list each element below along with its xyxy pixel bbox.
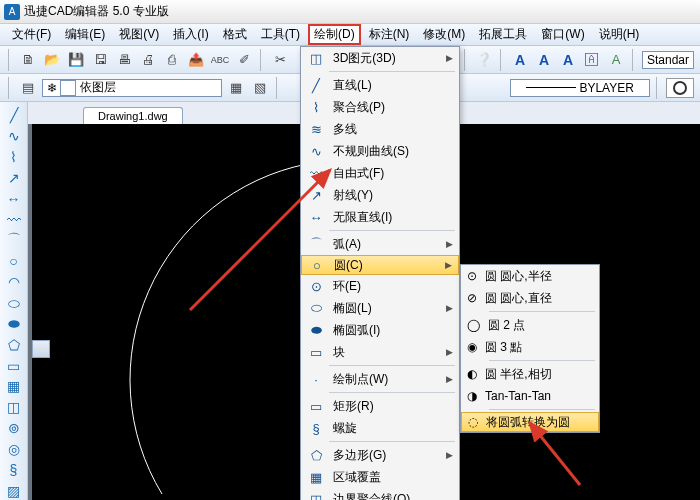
menu-编辑[interactable]: 编辑(E) [59, 24, 111, 45]
find-icon[interactable]: ✐ [234, 50, 254, 70]
menuitem-矩形[interactable]: ▭矩形(R) [301, 395, 459, 417]
open-icon[interactable]: 📂 [42, 50, 62, 70]
menuitem-label: 将圆弧转换为圆 [486, 414, 570, 431]
layers-icon[interactable]: ▤ [18, 78, 38, 98]
menu-标注[interactable]: 标注(N) [363, 24, 416, 45]
menuitem-射线[interactable]: ↗射线(Y) [301, 184, 459, 206]
menuitem-label: 绘制点(W) [333, 371, 453, 388]
print-preview-icon[interactable]: 🖶 [114, 50, 134, 70]
attributes-panel-tab[interactable]: 属性 [32, 340, 50, 358]
menuitem-绘制点[interactable]: ·绘制点(W) [301, 368, 459, 390]
menuitem-label: 螺旋 [333, 420, 453, 437]
menuitem-icon: · [307, 370, 325, 388]
menuitem-聚合线[interactable]: ⌇聚合线(P) [301, 96, 459, 118]
menuitem-椭圆弧[interactable]: ⬬椭圆弧(I) [301, 319, 459, 341]
layer-select[interactable]: ❄ 依图层 [42, 79, 222, 97]
menuitem-3D图元[interactable]: ◫3D图元(3D) [301, 47, 459, 69]
tool-helix-icon[interactable]: § [4, 460, 24, 479]
new-icon[interactable]: 🗎 [18, 50, 38, 70]
lineweight-circle[interactable] [666, 78, 694, 98]
menuitem-螺旋[interactable]: §螺旋 [301, 417, 459, 439]
menu-说明[interactable]: 说明(H) [593, 24, 646, 45]
menuitem-圆3點[interactable]: ◉圆 3 點 [461, 336, 599, 358]
menuitem-边界聚合线...[interactable]: ◫边界聚合线(O)... [301, 488, 459, 500]
menu-拓展工具[interactable]: 拓展工具 [473, 24, 533, 45]
tool-rev-icon[interactable]: ⊚ [4, 419, 24, 438]
saveall-icon[interactable]: 🖫 [90, 50, 110, 70]
menu-修改[interactable]: 修改(M) [417, 24, 471, 45]
menu-绘制[interactable]: 绘制(D) [308, 24, 361, 45]
menuitem-圆[interactable]: ○圆(C) [301, 255, 459, 275]
tool-spline-icon[interactable]: ∿ [4, 127, 24, 146]
menuitem-多边形[interactable]: ⬠多边形(G) [301, 444, 459, 466]
menuitem-不规则曲线[interactable]: ∿不规则曲线(S) [301, 140, 459, 162]
plot-icon[interactable]: ⎙ [162, 50, 182, 70]
tool-arc3-icon[interactable]: ◠ [4, 273, 24, 292]
menuitem-icon: ≋ [307, 120, 325, 138]
menu-文件[interactable]: 文件(F) [6, 24, 57, 45]
menuitem-icon: ○ [308, 256, 326, 274]
tool-xline-icon[interactable]: ↔ [4, 189, 24, 208]
tool-arc-icon[interactable]: ⌒ [4, 231, 24, 250]
menuitem-label: 圆 3 點 [485, 339, 522, 356]
menuitem-圆2点[interactable]: ◯圆 2 点 [461, 314, 599, 336]
help-icon[interactable]: ❔ [474, 50, 494, 70]
tool-poly-icon[interactable]: ⬠ [4, 335, 24, 354]
send-icon[interactable]: 📤 [186, 50, 206, 70]
linetype-label: BYLAYER [579, 81, 633, 95]
menuitem-直线[interactable]: ╱直线(L) [301, 74, 459, 96]
style-select[interactable]: Standar [642, 51, 694, 69]
tool-earc-icon[interactable]: ⬬ [4, 314, 24, 333]
menuitem-label: 无限直线(I) [333, 209, 453, 226]
tool-circle-icon[interactable]: ○ [4, 252, 24, 271]
linetype-select[interactable]: BYLAYER [510, 79, 650, 97]
tool-wipeout-icon[interactable]: ▦ [4, 377, 24, 396]
menuitem-弧[interactable]: ⌒弧(A) [301, 233, 459, 255]
menuitem-圆半径,相切[interactable]: ◐圆 半径,相切 [461, 363, 599, 385]
menuitem-圆圆心,直径[interactable]: ⊘圆 圆心,直径 [461, 287, 599, 309]
menuitem-label: 弧(A) [333, 236, 453, 253]
tool-ellipse-icon[interactable]: ⬭ [4, 294, 24, 313]
tool-pline-icon[interactable]: ⌇ [4, 148, 24, 167]
spell-icon[interactable]: ABC [210, 50, 230, 70]
tool-free-icon[interactable]: 〰 [4, 210, 24, 229]
menu-视图[interactable]: 视图(V) [113, 24, 165, 45]
menuitem-自由式[interactable]: 〰自由式(F) [301, 162, 459, 184]
menu-格式[interactable]: 格式 [217, 24, 253, 45]
menuitem-多线[interactable]: ≋多线 [301, 118, 459, 140]
left-toolbar: ╱ ∿ ⌇ ↗ ↔ 〰 ⌒ ○ ◠ ⬭ ⬬ ⬠ ▭ ▦ ◫ ⊚ ◎ § ▨ [0, 102, 28, 500]
save-icon[interactable]: 💾 [66, 50, 86, 70]
menuitem-圆圆心,半径[interactable]: ⊙圆 圆心,半径 [461, 265, 599, 287]
menu-窗口[interactable]: 窗口(W) [535, 24, 590, 45]
tool-donut-icon[interactable]: ◎ [4, 440, 24, 459]
menuitem-将圆弧转换为圆[interactable]: ◌将圆弧转换为圆 [461, 412, 599, 432]
layer-tool2-icon[interactable]: ▧ [250, 78, 270, 98]
text-a3-icon[interactable]: A [558, 50, 578, 70]
tool-ray-icon[interactable]: ↗ [4, 169, 24, 188]
tool-bound-icon[interactable]: ◫ [4, 398, 24, 417]
text-a2-icon[interactable]: A [534, 50, 554, 70]
text-a1-icon[interactable]: A [510, 50, 530, 70]
menuitem-Tan-Tan-Tan[interactable]: ◑Tan-Tan-Tan [461, 385, 599, 407]
layer-tool1-icon[interactable]: ▦ [226, 78, 246, 98]
menuitem-椭圆[interactable]: ⬭椭圆(L) [301, 297, 459, 319]
menuitem-区域覆盖[interactable]: ▦区域覆盖 [301, 466, 459, 488]
text-a4-icon[interactable]: 🄰 [582, 50, 602, 70]
menuitem-label: 区域覆盖 [333, 469, 453, 486]
menuitem-无限直线[interactable]: ↔无限直线(I) [301, 206, 459, 228]
menuitem-label: 多边形(G) [333, 447, 453, 464]
tool-hatch-icon[interactable]: ▨ [4, 481, 24, 500]
menu-插入[interactable]: 插入(I) [167, 24, 214, 45]
tool-line-icon[interactable]: ╱ [4, 106, 24, 125]
menuitem-环[interactable]: ⊙环(E) [301, 275, 459, 297]
menuitem-块[interactable]: ▭块 [301, 341, 459, 363]
cut-icon[interactable]: ✂ [270, 50, 290, 70]
menu-工具[interactable]: 工具(T) [255, 24, 306, 45]
tool-rect-icon[interactable]: ▭ [4, 356, 24, 375]
tab-drawing1[interactable]: Drawing1.dwg [83, 107, 183, 124]
text-a5-icon[interactable]: A [606, 50, 626, 70]
menuitem-icon: ∿ [307, 142, 325, 160]
print-icon[interactable]: 🖨 [138, 50, 158, 70]
menuitem-label: 自由式(F) [333, 165, 453, 182]
menuitem-icon: ▭ [307, 397, 325, 415]
